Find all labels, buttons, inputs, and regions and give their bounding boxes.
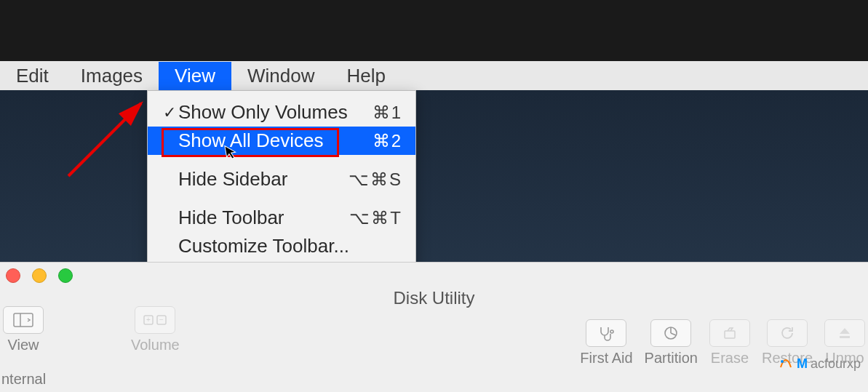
menu-item-show-only-volumes[interactable]: ✓ Show Only Volumes ⌘1 <box>148 98 415 127</box>
toolbar-erase-button[interactable]: Erase <box>709 319 750 367</box>
menu-item-shortcut: ⌘2 <box>373 131 402 151</box>
toolbar-first-aid-button[interactable]: First Aid <box>580 319 632 367</box>
menu-item-shortcut: ⌥⌘S <box>349 169 402 190</box>
menubar: Edit Images View Window Help <box>0 61 868 90</box>
sidebar-section-internal: nternal <box>1 371 46 388</box>
window-traffic-lights <box>6 268 73 283</box>
checkmark-icon: ✓ <box>161 103 178 122</box>
disk-utility-window: Disk Utility View +− Volume First Aid P <box>0 262 868 392</box>
menu-item-shortcut: ⌘1 <box>373 103 402 123</box>
svg-point-11 <box>781 360 784 363</box>
watermark: Macfourxp <box>778 356 861 372</box>
menu-item-hide-sidebar[interactable]: Hide Sidebar ⌥⌘S <box>148 165 415 193</box>
menu-item-customize-toolbar[interactable]: Customize Toolbar... <box>148 232 415 260</box>
watermark-m: M <box>797 356 808 372</box>
toolbar-label: Erase <box>711 350 749 367</box>
menu-item-label: Show Only Volumes <box>178 101 373 124</box>
sidebar-icon <box>3 306 44 334</box>
toolbar-partition-button[interactable]: Partition <box>645 319 698 367</box>
watermark-text: acfourxp <box>811 356 861 372</box>
svg-point-7 <box>610 330 613 333</box>
toolbar-label: View <box>8 337 39 353</box>
svg-text:−: − <box>159 316 164 324</box>
menu-item-shortcut: ⌥⌘T <box>349 208 402 228</box>
toolbar-volume-button[interactable]: +− Volume <box>131 306 180 353</box>
svg-rect-9 <box>725 331 735 338</box>
erase-icon <box>709 319 750 347</box>
menu-edit[interactable]: Edit <box>0 62 65 90</box>
desktop-background <box>0 90 868 272</box>
menu-window[interactable]: Window <box>231 62 330 90</box>
restore-icon <box>767 319 808 347</box>
window-title: Disk Utility <box>0 288 868 308</box>
menu-item-label: Show All Devices <box>178 129 373 152</box>
menu-item-hide-toolbar[interactable]: Hide Toolbar ⌥⌘T <box>148 204 415 232</box>
menu-item-show-all-devices[interactable]: Show All Devices ⌘2 <box>148 127 415 155</box>
pie-icon <box>650 319 691 347</box>
menu-item-label: Hide Sidebar <box>178 168 349 191</box>
menu-images[interactable]: Images <box>65 62 159 90</box>
eject-icon <box>824 319 865 347</box>
screen-black-bar <box>0 0 868 61</box>
watermark-logo-icon <box>778 356 794 372</box>
toolbar-label: Partition <box>645 350 698 367</box>
menu-view[interactable]: View <box>159 62 231 90</box>
stethoscope-icon <box>586 319 626 347</box>
toolbar-label: Volume <box>131 337 180 353</box>
volume-icon: +− <box>135 306 175 334</box>
minimize-window-button[interactable] <box>32 268 47 283</box>
annotation-arrow <box>63 95 150 182</box>
zoom-window-button[interactable] <box>58 268 73 283</box>
svg-line-0 <box>68 103 141 176</box>
svg-rect-10 <box>840 336 850 338</box>
menu-item-label: Customize Toolbar... <box>178 235 402 257</box>
menu-item-label: Hide Toolbar <box>178 207 349 229</box>
menu-help[interactable]: Help <box>330 62 401 90</box>
svg-text:+: + <box>146 316 151 324</box>
toolbar-view-button[interactable]: View <box>3 306 44 353</box>
toolbar-label: First Aid <box>580 350 632 367</box>
close-window-button[interactable] <box>6 268 20 283</box>
